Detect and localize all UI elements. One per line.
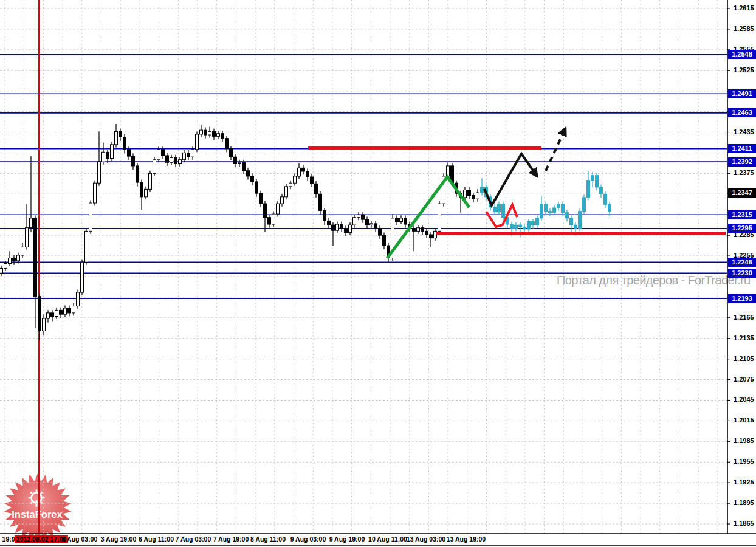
candle-body [4, 263, 7, 268]
candle-body [26, 228, 29, 247]
candle-body [434, 231, 437, 238]
candle-body [217, 134, 220, 137]
candle-body [553, 208, 556, 213]
candle-body [493, 207, 497, 212]
candle-body [170, 157, 173, 162]
candle-body [298, 168, 301, 176]
candle-body [336, 224, 339, 230]
green-trend-annotation[interactable] [387, 177, 469, 258]
candle-body [281, 197, 284, 204]
candle-body [264, 204, 267, 218]
candle-body [30, 218, 33, 228]
candle-body [562, 204, 565, 213]
candle-body [549, 212, 552, 213]
candle-body [106, 152, 109, 158]
candle-body [208, 131, 211, 135]
candle-body [332, 225, 335, 230]
candle-body [574, 225, 577, 229]
candle-body [604, 194, 607, 204]
candle-body [166, 156, 169, 162]
candle-body [328, 221, 331, 225]
candle-body [242, 162, 246, 171]
candle-body [353, 218, 356, 225]
candle-body [157, 150, 160, 160]
candle-body [527, 222, 531, 229]
candle-body [51, 313, 54, 317]
candle-body [289, 183, 292, 187]
candle-body [119, 131, 122, 137]
candle-body [340, 224, 343, 229]
candle-body [102, 152, 105, 162]
candle-body [430, 235, 433, 238]
candle-body [153, 160, 156, 174]
candle-body [72, 306, 75, 313]
candle-body [21, 247, 24, 255]
candle-body [345, 229, 348, 233]
candle-body [425, 231, 428, 235]
candlesticks-forecast-cyan[interactable] [481, 171, 611, 238]
candle-body [85, 231, 88, 262]
candle-body [498, 204, 501, 212]
candle-body [247, 171, 250, 176]
candle-body [77, 292, 80, 306]
candle-body [502, 204, 505, 217]
candle-body [421, 228, 424, 232]
candle-body [123, 137, 126, 149]
candle-body [510, 224, 514, 229]
candle-body [545, 204, 548, 211]
dashed-arrow-annotation[interactable] [546, 129, 565, 171]
candle-body [519, 225, 522, 227]
grid-lines [0, 0, 727, 534]
candle-body [230, 149, 233, 157]
candle-body [417, 228, 420, 232]
candle-body [587, 181, 590, 198]
candle-body [468, 190, 471, 195]
candle-body [396, 218, 399, 222]
candle-body [540, 204, 543, 218]
candle-body [183, 153, 186, 159]
candle-body [81, 262, 84, 292]
candle-body [115, 131, 118, 144]
candle-body [149, 173, 152, 189]
candle-body [179, 160, 182, 164]
candle-body [302, 168, 305, 171]
candle-body [536, 218, 539, 225]
candle-body [472, 196, 475, 199]
candle-body [38, 297, 41, 331]
candle-body [187, 153, 190, 157]
candle-body [476, 193, 479, 199]
candle-body [591, 176, 594, 181]
candle-body [532, 222, 535, 225]
candle-body [319, 194, 322, 210]
candle-body [515, 225, 518, 229]
candle-body [285, 187, 288, 197]
candle-body [259, 193, 263, 204]
candle-body [145, 189, 148, 196]
candle-body [557, 204, 560, 208]
candle-body [34, 218, 37, 297]
candle-body [213, 131, 216, 136]
candle-body [447, 166, 450, 176]
candle-body [579, 212, 582, 229]
candle-body [268, 218, 271, 224]
candle-body [349, 225, 352, 232]
candle-body [294, 176, 297, 183]
candle-body [60, 310, 63, 314]
chart-canvas[interactable] [0, 0, 756, 547]
candle-body [94, 183, 97, 203]
candle-body [277, 204, 280, 214]
candle-body [43, 318, 46, 331]
candle-body [191, 150, 194, 157]
candle-body [234, 157, 237, 163]
candle-body [225, 139, 229, 149]
candle-body [13, 258, 16, 261]
candle-body [600, 187, 603, 194]
candle-body [596, 176, 599, 187]
candle-body [136, 166, 139, 182]
candle-body [68, 308, 71, 313]
candle-body [383, 235, 386, 246]
candle-body [315, 184, 318, 194]
candle-body [583, 198, 586, 212]
candle-body [566, 213, 569, 218]
candle-body [438, 204, 441, 231]
